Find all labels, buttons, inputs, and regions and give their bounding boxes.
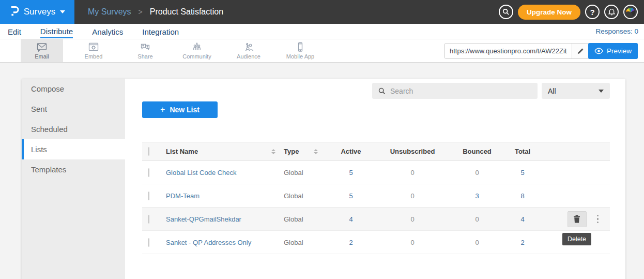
breadcrumb-my-surveys[interactable]: My Surveys [88, 7, 131, 17]
tab-distribute[interactable]: Distribute [40, 25, 73, 38]
channel-label: Share [137, 53, 152, 60]
total-count[interactable]: 8 [505, 192, 540, 200]
table-row: Sanket-QPGmailShekdar Global 4 0 0 4 [142, 208, 610, 231]
tab-edit[interactable]: Edit [8, 25, 21, 38]
list-type: Global [284, 169, 303, 177]
chevron-down-icon [599, 90, 604, 93]
lists-table: List Name Type Active Unsubscribed Bounc… [142, 142, 610, 254]
col-active: Active [326, 148, 376, 155]
sort-type-icon[interactable] [314, 149, 318, 154]
active-count[interactable]: 5 [326, 169, 376, 177]
bounced-count[interactable]: 0 [449, 215, 505, 223]
questionpro-logo-icon [9, 5, 19, 19]
sidebar-item-compose[interactable]: Compose [22, 79, 125, 99]
edit-url-button[interactable] [572, 43, 589, 58]
list-name-link[interactable]: Sanket-QPGmailShekdar [166, 215, 241, 223]
account-avatar[interactable] [623, 5, 638, 19]
col-unsubscribed: Unsubscribed [376, 148, 449, 155]
bounced-count[interactable]: 3 [449, 192, 505, 200]
channel-embed[interactable]: Embed [72, 39, 115, 62]
channel-label: Mobile App [286, 53, 314, 60]
list-search-input[interactable] [390, 87, 538, 95]
tab-integration[interactable]: Integration [142, 25, 179, 38]
survey-url-box [444, 43, 589, 59]
question-mark-icon: ? [590, 8, 594, 17]
list-type: Global [284, 192, 303, 200]
channel-email[interactable]: Email [21, 39, 63, 62]
breadcrumb-separator: > [139, 8, 143, 16]
list-search-box [372, 83, 538, 99]
select-all-checkbox[interactable] [148, 147, 149, 156]
email-sidebar: Compose Sent Scheduled Lists Templates [22, 79, 125, 279]
delete-list-button[interactable] [568, 211, 587, 227]
unsubscribed-count[interactable]: 0 [376, 215, 449, 223]
row-checkbox[interactable] [148, 215, 149, 224]
new-list-label: New List [170, 106, 200, 114]
content-area: Compose Sent Scheduled Lists Templates A… [0, 63, 644, 279]
new-list-button[interactable]: + New List [142, 101, 218, 118]
email-icon [36, 42, 48, 52]
total-count[interactable]: 4 [505, 215, 540, 223]
survey-nav-tabs: Edit Distribute Analytics Integration Re… [0, 24, 644, 39]
total-count[interactable]: 2 [505, 239, 540, 246]
preview-label: Preview [607, 47, 632, 55]
col-total: Total [505, 148, 540, 155]
col-type[interactable]: Type [284, 148, 299, 155]
chevron-down-icon [60, 10, 65, 13]
pencil-icon [577, 48, 584, 55]
channel-audience[interactable]: Audience [227, 39, 270, 62]
survey-url-input[interactable] [445, 43, 572, 58]
active-count[interactable]: 5 [326, 192, 376, 200]
search-icon [378, 87, 386, 95]
topbar-actions: Upgrade Now ? [499, 0, 638, 24]
breadcrumb-current-survey: Product Satisfaction [150, 7, 223, 17]
responses-count[interactable]: Responses: 0 [595, 27, 638, 35]
list-name-link[interactable]: PDM-Team [166, 192, 200, 200]
sidebar-item-sent[interactable]: Sent [22, 99, 125, 119]
product-menu-label: Surveys [24, 7, 55, 17]
row-menu-button[interactable] [595, 213, 601, 226]
row-checkbox[interactable] [148, 168, 149, 177]
row-checkbox[interactable] [148, 192, 149, 200]
sidebar-item-lists[interactable]: Lists [22, 139, 125, 159]
channel-community[interactable]: Community [176, 39, 218, 62]
row-actions: Delete [540, 211, 610, 227]
bounced-count[interactable]: 0 [449, 239, 505, 246]
unsubscribed-count[interactable]: 0 [376, 192, 449, 200]
sort-list-name-icon[interactable] [271, 149, 275, 154]
list-name-link[interactable]: Global List Code Check [166, 169, 237, 177]
channel-label: Embed [85, 53, 103, 60]
total-count[interactable]: 5 [505, 169, 540, 177]
account-gauge-icon [626, 8, 635, 17]
embed-icon [88, 42, 99, 52]
active-count[interactable]: 2 [326, 239, 376, 246]
community-icon [191, 42, 203, 52]
upgrade-now-button[interactable]: Upgrade Now [518, 5, 580, 20]
preview-button[interactable]: Preview [588, 43, 638, 59]
product-switcher[interactable]: Surveys [0, 0, 74, 24]
unsubscribed-count[interactable]: 0 [376, 239, 449, 246]
sidebar-item-templates[interactable]: Templates [22, 159, 125, 180]
channel-mobile-app[interactable]: Mobile App [279, 39, 321, 62]
col-list-name[interactable]: List Name [166, 148, 198, 155]
sidebar-item-scheduled[interactable]: Scheduled [22, 119, 125, 139]
bounced-count[interactable]: 0 [449, 169, 505, 177]
help-button[interactable]: ? [585, 5, 600, 19]
list-name-link[interactable]: Sanket - QP Addresses Only [166, 239, 251, 246]
channel-label: Email [35, 53, 49, 60]
search-button[interactable] [499, 5, 513, 19]
channel-share[interactable]: Share [124, 39, 166, 62]
tab-analytics[interactable]: Analytics [92, 25, 123, 38]
list-filter-dropdown[interactable]: All [542, 83, 610, 99]
share-icon [140, 42, 151, 52]
filter-selected-value: All [548, 87, 556, 95]
active-count[interactable]: 4 [326, 215, 376, 223]
table-row: Global List Code Check Global 5 0 0 5 [142, 161, 610, 184]
top-bar: Surveys My Surveys > Product Satisfactio… [0, 0, 644, 24]
email-lists-card: Compose Sent Scheduled Lists Templates A… [22, 79, 625, 279]
unsubscribed-count[interactable]: 0 [376, 169, 449, 177]
channel-label: Community [182, 53, 211, 60]
notifications-button[interactable] [604, 5, 619, 19]
row-checkbox[interactable] [148, 238, 149, 247]
table-header-row: List Name Type Active Unsubscribed Bounc… [142, 142, 610, 161]
